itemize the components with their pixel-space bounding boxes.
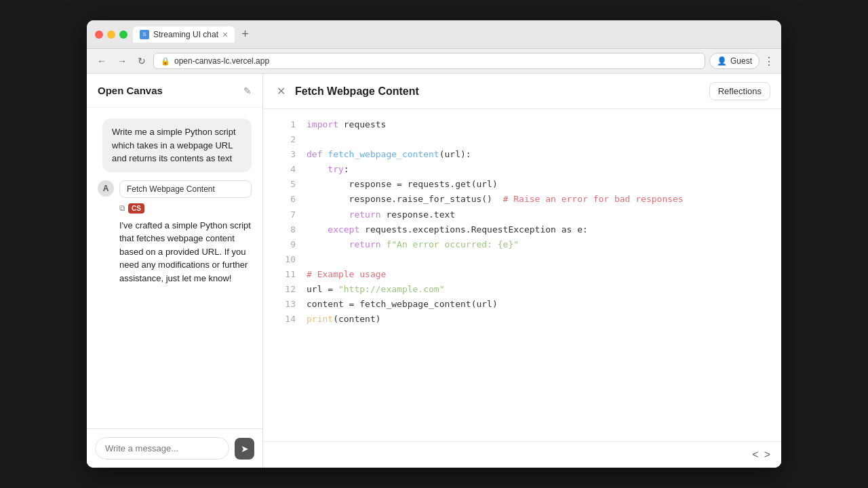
line-code: return response.text bbox=[307, 207, 770, 222]
app-content: Open Canvas ✎ Write me a simple Python s… bbox=[87, 74, 781, 468]
minimize-traffic-light[interactable] bbox=[107, 30, 115, 39]
guest-button[interactable]: 👤 Guest bbox=[709, 53, 760, 69]
line-code: import requests bbox=[307, 117, 770, 132]
line-number: 14 bbox=[274, 312, 296, 327]
sidebar-header: Open Canvas ✎ bbox=[87, 74, 262, 108]
assistant-row: A Fetch Webpage Content ⧉ CS I've crafte… bbox=[98, 180, 252, 285]
line-code: print(content) bbox=[307, 312, 770, 327]
traffic-lights bbox=[95, 30, 127, 39]
line-code: # Example usage bbox=[307, 267, 770, 282]
address-bar[interactable]: 🔒 open-canvas-lc.vercel.app bbox=[153, 53, 705, 69]
line-code bbox=[307, 252, 770, 267]
guest-icon: 👤 bbox=[717, 56, 727, 66]
new-tab-button[interactable]: + bbox=[237, 26, 253, 43]
reflections-button[interactable]: Reflections bbox=[709, 82, 770, 100]
line-number: 4 bbox=[274, 162, 296, 177]
code-line: 2 bbox=[263, 132, 781, 147]
maximize-traffic-light[interactable] bbox=[119, 30, 127, 39]
close-icon: ✕ bbox=[277, 85, 285, 97]
browser-menu-button[interactable]: ⋮ bbox=[764, 55, 774, 68]
tab-label: Streaming UI chat bbox=[153, 30, 218, 39]
message-input[interactable] bbox=[95, 437, 229, 460]
send-icon: ➤ bbox=[241, 443, 249, 454]
edit-icon[interactable]: ✎ bbox=[243, 85, 252, 96]
line-number: 9 bbox=[274, 237, 296, 252]
line-number: 7 bbox=[274, 207, 296, 222]
code-line: 4 try: bbox=[263, 162, 781, 177]
code-line: 10 bbox=[263, 252, 781, 267]
assistant-icons: ⧉ CS bbox=[119, 203, 252, 214]
guest-label: Guest bbox=[730, 56, 752, 66]
back-button[interactable]: ← bbox=[94, 54, 110, 68]
forward-button[interactable]: → bbox=[114, 54, 130, 68]
user-message: Write me a simple Python script which ta… bbox=[102, 119, 252, 172]
code-line: 1import requests bbox=[263, 117, 781, 132]
code-header: ✕ Fetch Webpage Content Reflections bbox=[263, 74, 781, 109]
prev-icon: < bbox=[752, 449, 758, 460]
line-code: def fetch_webpage_content(url): bbox=[307, 147, 770, 162]
code-line: 11# Example usage bbox=[263, 267, 781, 282]
code-line: 5 response = requests.get(url) bbox=[263, 177, 781, 192]
line-number: 1 bbox=[274, 117, 296, 132]
tab-bar: S Streaming UI chat × + bbox=[133, 26, 727, 43]
lock-icon: 🔒 bbox=[161, 57, 170, 66]
browser-tab[interactable]: S Streaming UI chat × bbox=[133, 26, 235, 43]
line-code: except requests.exceptions.RequestExcept… bbox=[307, 222, 770, 237]
line-number: 8 bbox=[274, 222, 296, 237]
sidebar: Open Canvas ✎ Write me a simple Python s… bbox=[87, 74, 263, 468]
code-line: 13content = fetch_webpage_content(url) bbox=[263, 297, 781, 312]
tool-chip[interactable]: Fetch Webpage Content bbox=[119, 180, 252, 198]
sidebar-messages: Write me a simple Python script which ta… bbox=[87, 108, 262, 428]
tab-close-btn[interactable]: × bbox=[222, 30, 228, 39]
line-number: 12 bbox=[274, 282, 296, 297]
assistant-text: I've crafted a simple Python script that… bbox=[119, 219, 252, 285]
line-number: 5 bbox=[274, 177, 296, 192]
code-prev-button[interactable]: < bbox=[752, 449, 758, 461]
nav-right: 👤 Guest ⋮ bbox=[709, 53, 774, 69]
sidebar-input: ➤ bbox=[87, 428, 262, 468]
line-code bbox=[307, 132, 770, 147]
line-number: 6 bbox=[274, 192, 296, 207]
claude-badge: CS bbox=[128, 203, 144, 214]
send-button[interactable]: ➤ bbox=[235, 438, 254, 460]
avatar: A bbox=[98, 180, 114, 197]
code-line: 8 except requests.exceptions.RequestExce… bbox=[263, 222, 781, 237]
refresh-button[interactable]: ↻ bbox=[134, 54, 149, 68]
line-number: 13 bbox=[274, 297, 296, 312]
sidebar-title: Open Canvas bbox=[98, 85, 163, 96]
code-line: 3def fetch_webpage_content(url): bbox=[263, 147, 781, 162]
tab-favicon: S bbox=[140, 30, 149, 39]
line-code: response = requests.get(url) bbox=[307, 177, 770, 192]
code-line: 14print(content) bbox=[263, 312, 781, 327]
code-panel: ✕ Fetch Webpage Content Reflections 1imp… bbox=[263, 74, 781, 468]
code-footer: < > bbox=[263, 441, 781, 468]
code-line: 9 return f"An error occurred: {e}" bbox=[263, 237, 781, 252]
line-code: try: bbox=[307, 162, 770, 177]
close-traffic-light[interactable] bbox=[95, 30, 103, 39]
code-line: 6 response.raise_for_status() # Raise an… bbox=[263, 192, 781, 207]
claude-badge-text: CS bbox=[132, 205, 141, 212]
code-line: 7 return response.text bbox=[263, 207, 781, 222]
line-number: 10 bbox=[274, 252, 296, 267]
next-icon: > bbox=[764, 449, 770, 460]
code-line: 12url = "http://example.com" bbox=[263, 282, 781, 297]
code-next-button[interactable]: > bbox=[764, 449, 770, 461]
line-code: return f"An error occurred: {e}" bbox=[307, 237, 770, 252]
close-button[interactable]: ✕ bbox=[274, 85, 288, 98]
browser-window: S Streaming UI chat × + ← → ↻ 🔒 open-can… bbox=[87, 20, 781, 468]
code-title: Fetch Webpage Content bbox=[295, 85, 703, 98]
line-number: 11 bbox=[274, 267, 296, 282]
line-code: url = "http://example.com" bbox=[307, 282, 770, 297]
nav-bar: ← → ↻ 🔒 open-canvas-lc.vercel.app 👤 Gues… bbox=[87, 49, 781, 74]
line-number: 2 bbox=[274, 132, 296, 147]
line-code: content = fetch_webpage_content(url) bbox=[307, 297, 770, 312]
url-text: open-canvas-lc.vercel.app bbox=[174, 56, 269, 66]
browser-chrome: S Streaming UI chat × + bbox=[87, 20, 781, 49]
line-code: response.raise_for_status() # Raise an e… bbox=[307, 192, 770, 207]
line-number: 3 bbox=[274, 147, 296, 162]
assistant-content: Fetch Webpage Content ⧉ CS I've crafted … bbox=[119, 180, 252, 285]
code-body: 1import requests2 3def fetch_webpage_con… bbox=[263, 109, 781, 441]
link-icon[interactable]: ⧉ bbox=[119, 203, 125, 213]
